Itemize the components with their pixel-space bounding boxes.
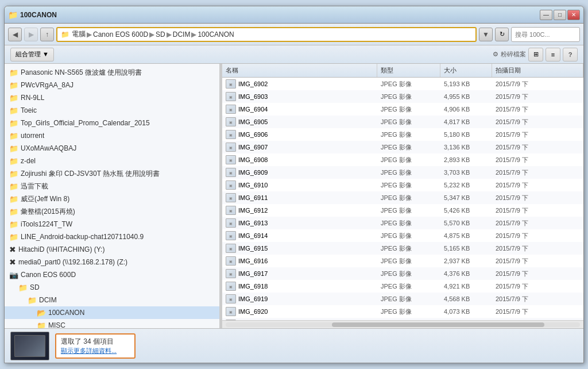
file-name: IMG_6908 bbox=[238, 156, 268, 163]
window-icon: 📁 bbox=[8, 10, 18, 20]
table-row[interactable]: ▣ IMG_6913 JPEG 影像 5,570 KB 2015/7/9 下 bbox=[222, 217, 583, 229]
nav-item-pwcvrgaa[interactable]: 📁PWcVRgAA_8AJ bbox=[5, 79, 219, 91]
organize-button[interactable]: 組合管理 ▼ bbox=[10, 48, 54, 62]
table-row[interactable]: ▣ IMG_6909 JPEG 影像 3,703 KB 2015/7/9 下 bbox=[222, 166, 583, 179]
breadcrumb-canon[interactable]: Canon EOS 600D bbox=[93, 30, 148, 39]
nav-item-label: media0_part0 (\\192.168.2.178) (Z:) bbox=[18, 258, 127, 266]
file-size-cell: 2,893 KB bbox=[440, 153, 492, 166]
shred-icon: ⚙ bbox=[493, 51, 498, 58]
forward-button[interactable]: ▶ bbox=[24, 28, 38, 41]
up-button[interactable]: ↑ bbox=[40, 28, 54, 41]
breadcrumb-computer[interactable]: 電腦 bbox=[72, 29, 86, 39]
maximize-button[interactable]: □ bbox=[554, 10, 566, 20]
file-name-cell: ▣ IMG_6905 bbox=[222, 116, 377, 128]
table-row[interactable]: ▣ IMG_6905 JPEG 影像 4,817 KB 2015/7/9 下 bbox=[222, 116, 583, 128]
folder-icon: 📁 bbox=[9, 195, 18, 203]
file-name-cell: ▣ IMG_6906 bbox=[222, 128, 377, 141]
file-name-cell: ▣ IMG_6907 bbox=[222, 141, 377, 153]
nav-item-label: PWcVRgAA_8AJ bbox=[21, 81, 74, 89]
file-thumbnail: ▣ bbox=[226, 92, 236, 101]
table-row[interactable]: ▣ IMG_6910 JPEG 影像 5,232 KB 2015/7/9 下 bbox=[222, 179, 583, 191]
nav-item-toptoc[interactable]: 📁Top_Girls_Official_Promo_Calendar_2015 bbox=[5, 117, 219, 129]
nav-item-label: 彙整檔(2015再燒) bbox=[21, 207, 75, 217]
status-bar: 選取了 34 個項目 顯示更多詳細資料... bbox=[5, 328, 583, 363]
nav-item-hitachi[interactable]: ✖HitachiD (\\HITACHING) (Y:) bbox=[5, 243, 219, 256]
dropdown-button[interactable]: ▼ bbox=[479, 28, 493, 41]
file-date-cell: 2015/7/9 下 bbox=[492, 78, 583, 90]
nav-item-archive2015[interactable]: 📁彙整檔(2015再燒) bbox=[5, 205, 219, 218]
selected-count: 選取了 34 個項目 bbox=[61, 337, 130, 347]
header-size[interactable]: 大小 bbox=[440, 64, 492, 77]
file-name: IMG_6903 bbox=[238, 93, 268, 100]
file-date-cell: 2015/7/9 下 bbox=[492, 280, 583, 293]
nav-item-toeic[interactable]: 📁Toeic bbox=[5, 104, 219, 117]
file-name: IMG_6902 bbox=[238, 80, 268, 87]
back-button[interactable]: ◀ bbox=[8, 28, 22, 41]
nav-item-label: DCIM bbox=[39, 296, 57, 304]
refresh-button[interactable]: ↻ bbox=[495, 28, 509, 41]
file-thumbnail: ▣ bbox=[226, 155, 236, 164]
file-date-cell: 2015/7/9 下 bbox=[492, 191, 583, 204]
nav-item-line_backup[interactable]: 📁LINE_Android-backup-chat120711040.9 bbox=[5, 230, 219, 243]
nav-item-rn911[interactable]: 📁RN-9LL bbox=[5, 91, 219, 104]
close-button[interactable]: ✕ bbox=[567, 10, 580, 20]
breadcrumb-sd[interactable]: SD bbox=[156, 30, 165, 39]
table-row[interactable]: ▣ IMG_6904 JPEG 影像 4,906 KB 2015/7/9 下 bbox=[222, 103, 583, 116]
nav-item-panasonic[interactable]: 📁Panasonic NN-S565 微波爐 使用說明書 bbox=[5, 66, 219, 79]
nav-item-canon_root[interactable]: 📷Canon EOS 600D bbox=[5, 268, 219, 281]
table-row[interactable]: ▣ IMG_6912 JPEG 影像 5,426 KB 2015/7/9 下 bbox=[222, 204, 583, 217]
table-row[interactable]: ▣ IMG_6918 JPEG 影像 4,921 KB 2015/7/9 下 bbox=[222, 280, 583, 293]
file-type-cell: JPEG 影像 bbox=[377, 153, 440, 166]
header-name[interactable]: 名稱 bbox=[222, 64, 377, 77]
file-name: IMG_6904 bbox=[238, 106, 268, 113]
view-toggle-button[interactable]: ⊞ bbox=[528, 48, 543, 62]
file-name-cell: ▣ IMG_6918 bbox=[222, 280, 377, 293]
search-input[interactable] bbox=[511, 27, 580, 42]
breadcrumb-dcim[interactable]: DCIM bbox=[173, 30, 191, 39]
more-details-link[interactable]: 顯示更多詳細資料... bbox=[61, 347, 130, 355]
file-date-cell: 2015/7/9 下 bbox=[492, 267, 583, 280]
nav-item-zdel[interactable]: 📁z-del bbox=[5, 155, 219, 167]
view-list-button[interactable]: ≡ bbox=[546, 48, 560, 62]
file-list[interactable]: ▣ IMG_6902 JPEG 影像 5,193 KB 2015/7/9 下 ▣… bbox=[222, 78, 583, 320]
table-row[interactable]: ▣ IMG_6920 JPEG 影像 4,073 KB 2015/7/9 下 bbox=[222, 305, 583, 318]
file-size-cell: 4,073 KB bbox=[440, 305, 492, 318]
table-row[interactable]: ▣ IMG_6916 JPEG 影像 2,937 KB 2015/7/9 下 bbox=[222, 255, 583, 267]
address-bar[interactable]: 📁 電腦 ▶ Canon EOS 600D ▶ SD ▶ DCIM ▶ 100C… bbox=[56, 27, 477, 42]
file-date-cell: 2015/7/9 下 bbox=[492, 229, 583, 242]
file-thumbnail: ▣ bbox=[226, 269, 236, 278]
nav-item-itools[interactable]: 📁iTools1224T_TW bbox=[5, 218, 219, 230]
minimize-button[interactable]: — bbox=[540, 10, 552, 20]
header-type[interactable]: 類型 bbox=[377, 64, 440, 77]
table-row[interactable]: ▣ IMG_6908 JPEG 影像 2,893 KB 2015/7/9 下 bbox=[222, 153, 583, 166]
nav-item-misc[interactable]: 📁MISC bbox=[5, 319, 219, 328]
table-row[interactable]: ▣ IMG_6902 JPEG 影像 5,193 KB 2015/7/9 下 bbox=[222, 78, 583, 90]
nav-item-jeff[interactable]: 📁威亞(Jeff Win 8) bbox=[5, 193, 219, 205]
breadcrumb-100canon[interactable]: 100CANON bbox=[198, 30, 234, 39]
file-type-cell: JPEG 影像 bbox=[377, 128, 440, 141]
nav-item-media0[interactable]: ✖media0_part0 (\\192.168.2.178) (Z:) bbox=[5, 256, 219, 268]
table-row[interactable]: ▣ IMG_6906 JPEG 影像 5,180 KB 2015/7/9 下 bbox=[222, 128, 583, 141]
nav-item-uxomaw[interactable]: 📁UXoMAwAAQBAJ bbox=[5, 142, 219, 155]
status-info: 選取了 34 個項目 顯示更多詳細資料... bbox=[55, 333, 136, 359]
nav-item-sd[interactable]: 📁SD bbox=[5, 281, 219, 294]
nav-item-100canon[interactable]: 📂100CANON bbox=[5, 306, 219, 319]
help-button[interactable]: ? bbox=[563, 48, 578, 62]
breadcrumb-icon: 📁 bbox=[61, 30, 69, 39]
table-row[interactable]: ▣ IMG_6915 JPEG 影像 5,165 KB 2015/7/9 下 bbox=[222, 242, 583, 255]
table-row[interactable]: ▣ IMG_6917 JPEG 影像 4,376 KB 2015/7/9 下 bbox=[222, 267, 583, 280]
nav-item-dcim[interactable]: 📁DCIM bbox=[5, 294, 219, 306]
shred-label[interactable]: 粉碎檔案 bbox=[501, 50, 526, 59]
table-row[interactable]: ▣ IMG_6911 JPEG 影像 5,347 KB 2015/7/9 下 bbox=[222, 191, 583, 204]
table-row[interactable]: ▣ IMG_6919 JPEG 影像 4,568 KB 2015/7/9 下 bbox=[222, 293, 583, 305]
nav-item-drive_dl[interactable]: 📁迅雷下載 bbox=[5, 180, 219, 193]
horizontal-scrollbar[interactable] bbox=[222, 320, 583, 328]
nav-item-utorrent[interactable]: 📁utorrent bbox=[5, 129, 219, 142]
table-row[interactable]: ▣ IMG_6914 JPEG 影像 4,875 KB 2015/7/9 下 bbox=[222, 229, 583, 242]
header-date[interactable]: 拍攝日期 bbox=[492, 64, 583, 77]
table-row[interactable]: ▣ IMG_6903 JPEG 影像 4,955 KB 2015/7/9 下 bbox=[222, 90, 583, 103]
table-row[interactable]: ▣ IMG_6907 JPEG 影像 3,136 KB 2015/7/9 下 bbox=[222, 141, 583, 153]
nav-item-zojirushi[interactable]: 📁Zojirushi 象印 CD-JSV30T 熱水瓶 使用說明書 bbox=[5, 167, 219, 180]
file-type-cell: JPEG 影像 bbox=[377, 78, 440, 90]
nav-item-label: 威亞(Jeff Win 8) bbox=[21, 194, 69, 204]
